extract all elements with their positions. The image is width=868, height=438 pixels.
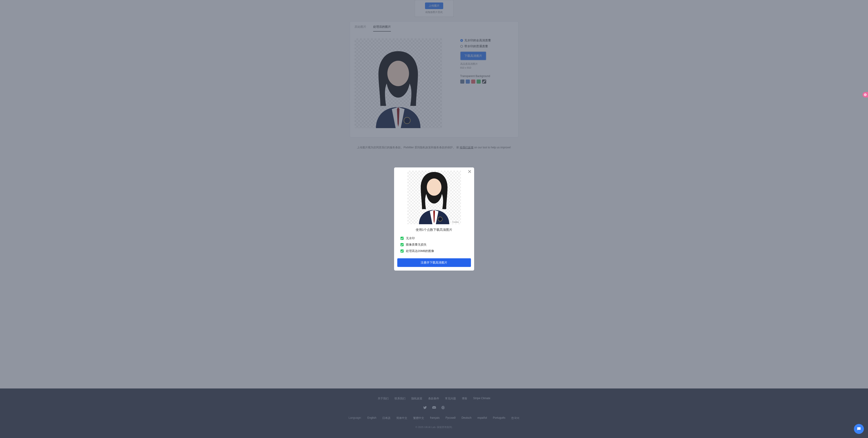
modal-feature-label: 处理高达20MB的图像 [406,249,434,253]
modal-image-preview: PixMiller [407,171,461,224]
modal-feature: 无水印 [397,235,471,241]
register-download-button[interactable]: 注册并下载高清图片 [397,258,471,267]
close-icon[interactable] [468,170,471,173]
modal-title: 使用1个点数下载高清图片 [397,228,471,232]
watermark-label: PixMiller [451,221,460,223]
download-modal: PixMiller 使用1个点数下载高清图片 无水印图像质量无损失处理高达20M… [394,167,474,271]
chat-widget-button[interactable] [854,424,864,434]
person-illustration [412,171,456,224]
modal-feature-label: 无水印 [406,236,415,240]
modal-feature: 处理高达20MB的图像 [397,248,471,254]
modal-overlay[interactable]: PixMiller 使用1个点数下载高清图片 无水印图像质量无损失处理高达20M… [0,0,868,438]
chat-icon [857,427,861,431]
svg-point-3 [438,217,442,221]
check-icon [400,249,404,252]
modal-feature: 图像质量无损失 [397,241,471,248]
check-icon [400,237,404,240]
modal-feature-label: 图像质量无损失 [406,243,427,247]
globe-icon [864,93,867,96]
check-icon [400,243,404,246]
svg-point-2 [427,178,441,196]
language-switcher-badge[interactable] [863,92,868,97]
